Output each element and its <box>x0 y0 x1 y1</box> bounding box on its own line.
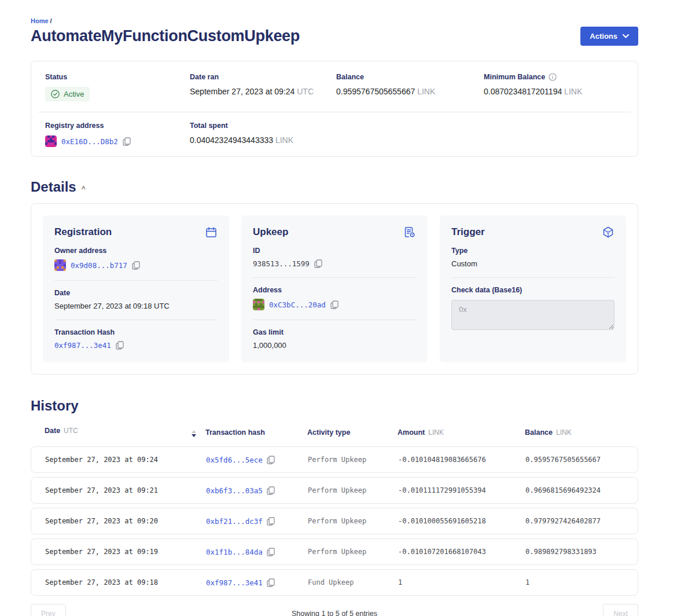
pagination: Prev Showing 1 to 5 of 5 entries Next <box>31 604 638 616</box>
owner-address-link[interactable]: 0x9d08...b717 <box>71 261 127 270</box>
row-activity: Perform Upkeep <box>308 456 398 464</box>
copy-icon[interactable] <box>267 517 275 526</box>
balance-unit: LINK <box>417 87 435 96</box>
copy-icon[interactable] <box>330 300 339 309</box>
upkeep-id-value: 938513...1599 <box>253 259 310 268</box>
row-activity: Perform Upkeep <box>308 548 398 556</box>
table-row: September 27, 2023 at 09:21 0xb6f3...03a… <box>31 477 638 504</box>
col-activity-label: Activity type <box>307 428 350 437</box>
breadcrumb-separator: / <box>50 17 52 24</box>
check-data-label: Check data (Base16) <box>451 286 615 294</box>
status-badge: Active <box>45 87 90 101</box>
row-amount: 1 <box>398 578 525 586</box>
registration-card: Registration Owner address 0x9d08...b717… <box>43 215 229 362</box>
total-spent-value: 0.04042324943443333 <box>190 135 273 145</box>
breadcrumb-home-link[interactable]: Home <box>31 17 49 24</box>
row-date: September 27, 2023 at 09:19 <box>45 548 206 556</box>
min-balance-value: 0.0870234817201194 <box>484 87 562 96</box>
actions-button-label: Actions <box>590 32 617 41</box>
copy-icon[interactable] <box>267 578 275 587</box>
prev-button[interactable]: Prev <box>31 604 66 616</box>
gas-limit-value: 1,000,000 <box>253 341 416 350</box>
registry-address-field: Registry address 0xE16D...D8b2 <box>45 122 190 147</box>
upkeep-title: Upkeep <box>253 226 288 238</box>
row-tx-link[interactable]: 0x5fd6...5ece <box>206 456 263 464</box>
row-balance: 0.989892798331893 <box>525 548 624 556</box>
copy-icon[interactable] <box>267 456 275 464</box>
copy-icon[interactable] <box>132 261 140 270</box>
divider <box>253 277 416 278</box>
status-label: Status <box>45 73 190 81</box>
table-row: September 27, 2023 at 09:19 0x1f1b...84d… <box>31 538 638 565</box>
status-field: Status Active <box>45 73 190 101</box>
col-date-unit: UTC <box>64 427 78 435</box>
divider <box>54 320 218 320</box>
copy-icon[interactable] <box>314 259 322 268</box>
divider <box>253 320 416 320</box>
divider <box>54 280 218 281</box>
status-badge-label: Active <box>64 90 84 98</box>
trigger-title: Trigger <box>451 226 485 238</box>
registration-tx-link[interactable]: 0xf987...3e41 <box>54 341 111 350</box>
row-balance: 0.9696815696492324 <box>525 486 624 494</box>
col-balance-label: Balance <box>525 428 553 437</box>
col-balance-unit: LINK <box>556 428 572 437</box>
trigger-type-value: Custom <box>451 259 615 268</box>
min-balance-field: Minimum Balance 0.0870234817201194 LINK <box>484 73 624 101</box>
row-activity: Perform Upkeep <box>308 517 398 525</box>
details-heading: Details <box>31 179 76 195</box>
divider <box>451 277 615 278</box>
owner-address-label: Owner address <box>54 247 218 255</box>
sort-icon[interactable] <box>190 429 197 438</box>
row-activity: Fund Upkeep <box>308 578 398 586</box>
summary-card: Status Active Date ran September 27, 202… <box>31 61 638 157</box>
total-spent-label: Total spent <box>190 122 336 130</box>
row-tx-link[interactable]: 0xb6f3...03a5 <box>206 486 263 495</box>
trigger-type-label: Type <box>451 247 615 255</box>
balance-label: Balance <box>336 73 484 81</box>
trigger-card: Trigger Type Custom Check data (Base16) <box>440 215 626 362</box>
registry-address-link[interactable]: 0xE16D...D8b2 <box>61 137 118 146</box>
col-date-label: Date <box>45 427 60 435</box>
row-tx-link[interactable]: 0xbf21...dc3f <box>206 517 263 526</box>
row-amount: -0.010111172991055394 <box>398 486 525 494</box>
row-amount: -0.010107201668107043 <box>398 548 525 556</box>
history-heading: History <box>31 398 638 414</box>
row-date: September 27, 2023 at 09:21 <box>45 486 206 494</box>
collapse-details-chevron[interactable]: ^ <box>82 185 86 192</box>
info-icon[interactable] <box>549 73 557 81</box>
registration-date-value: September 27, 2023 at 09:18 UTC <box>54 302 218 310</box>
upkeep-id-label: ID <box>253 247 416 255</box>
row-tx-link[interactable]: 0xf987...3e41 <box>206 578 263 587</box>
chevron-down-icon <box>623 34 629 38</box>
actions-button[interactable]: Actions <box>580 27 638 46</box>
upkeep-address-link[interactable]: 0xC3bC...20ad <box>269 300 326 309</box>
next-button[interactable]: Next <box>603 604 638 616</box>
history-table-header: Date UTC Transaction hash Activity type … <box>31 427 638 438</box>
row-balance: 0.9797927426402877 <box>525 517 624 525</box>
date-ran-value: September 27, 2023 at 09:24 <box>190 87 295 96</box>
gas-limit-label: Gas limit <box>253 328 416 336</box>
cube-icon <box>602 226 615 239</box>
copy-icon[interactable] <box>123 137 131 146</box>
breadcrumb: Home/ <box>31 17 638 24</box>
table-row: September 27, 2023 at 09:24 0x5fd6...5ec… <box>31 446 638 473</box>
row-balance: 1 <box>525 578 624 586</box>
check-data-input[interactable] <box>451 300 615 330</box>
summary-divider <box>38 112 631 112</box>
row-tx-link[interactable]: 0x1f1b...84da <box>206 548 263 556</box>
row-amount: -0.010104819083665676 <box>398 456 525 464</box>
copy-icon[interactable] <box>267 486 275 495</box>
copy-icon[interactable] <box>116 341 124 350</box>
registry-blockie-icon <box>45 135 57 147</box>
upkeep-card: Upkeep ID 938513...1599 Address 0xC3bC..… <box>241 215 428 362</box>
registration-title: Registration <box>54 226 112 238</box>
check-circle-icon <box>51 90 60 98</box>
registry-address-label: Registry address <box>45 122 190 130</box>
pagination-summary: Showing 1 to 5 of 5 entries <box>292 610 377 616</box>
row-date: September 27, 2023 at 09:24 <box>45 456 206 464</box>
row-amount: -0.010100055691605218 <box>398 517 525 525</box>
date-ran-field: Date ran September 27, 2023 at 09:24 UTC <box>190 73 336 101</box>
row-date: September 27, 2023 at 09:20 <box>45 517 206 525</box>
copy-icon[interactable] <box>267 548 275 556</box>
